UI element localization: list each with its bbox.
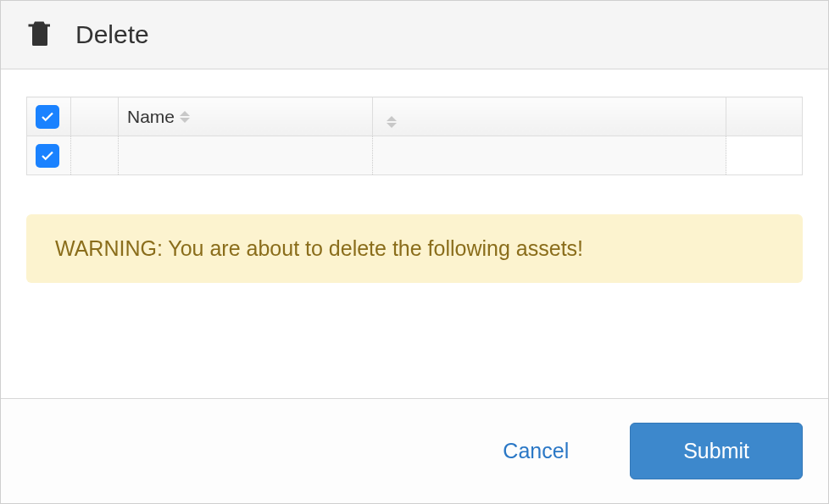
header-name[interactable]: Name: [119, 97, 373, 136]
header-end: [726, 97, 803, 136]
row-spacer: [71, 136, 119, 175]
dialog-content: Name: [1, 69, 828, 398]
row-checkbox-cell: [27, 136, 71, 175]
dialog-title: Delete: [75, 20, 149, 49]
dialog-footer: Cancel Submit: [1, 398, 828, 503]
cancel-button[interactable]: Cancel: [492, 432, 579, 470]
header-checkbox-cell: [27, 97, 71, 136]
asset-table: Name: [26, 97, 803, 175]
delete-dialog: Delete Name: [0, 0, 829, 504]
row-end-cell: [726, 136, 803, 175]
trash-icon: [25, 18, 55, 52]
warning-banner: WARNING: You are about to delete the fol…: [26, 214, 803, 283]
row-checkbox[interactable]: [36, 144, 59, 168]
column-label-name: Name: [127, 107, 175, 127]
dialog-header: Delete: [1, 1, 828, 69]
header-empty-sortable[interactable]: [373, 97, 726, 136]
sort-icon: [180, 111, 190, 123]
table-row: [27, 136, 803, 175]
select-all-checkbox[interactable]: [36, 105, 59, 129]
sort-icon: [387, 116, 397, 128]
row-name-cell: [119, 136, 373, 175]
submit-button[interactable]: Submit: [630, 423, 803, 479]
table-header-row: Name: [27, 97, 803, 136]
row-mid-cell: [373, 136, 726, 175]
header-spacer: [71, 97, 119, 136]
